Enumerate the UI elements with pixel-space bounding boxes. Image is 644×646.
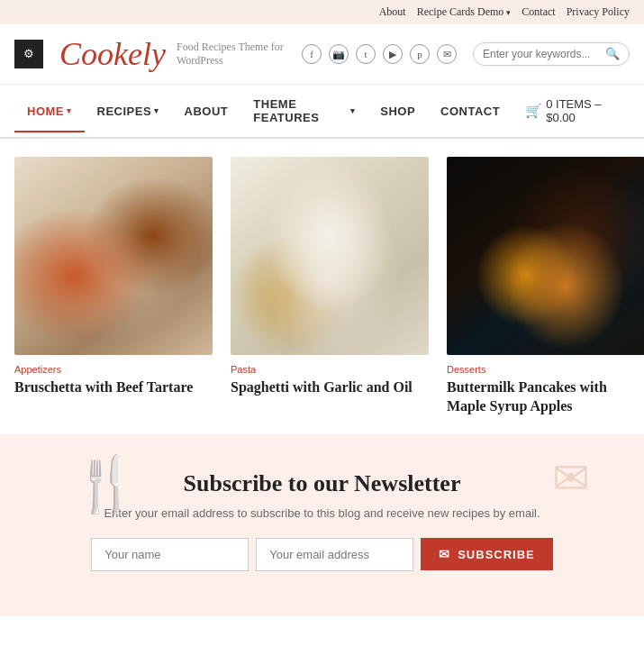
nav-contact[interactable]: CONTACT [428,92,512,131]
recipe-category-2: Desserts [447,364,644,375]
social-icons: f 📷 t ▶ p ✉ [302,44,457,64]
twitter-icon[interactable]: t [356,44,376,64]
newsletter-decorations: 🍴 ✉ [0,434,644,616]
recipe-grid: Appetizers Bruschetta with Beef Tartare … [0,139,644,434]
topbar-recipe-link[interactable]: Recipe Cards Demo [417,5,504,19]
newsletter-form: ✉ SUBSCRIBE [18,538,626,571]
recipe-image-bruschetta [14,157,213,355]
nav-shop[interactable]: SHOP [367,92,428,131]
search-icon[interactable]: 🔍 [605,47,620,61]
newsletter-name-input[interactable] [91,538,249,571]
main-nav: HOME ▾ RECIPES ▾ ABOUT THEME FEATURES ▾ … [0,85,644,139]
search-box: 🔍 [473,42,630,66]
site-logo[interactable]: Cookely [59,35,166,73]
recipe-category-1: Pasta [231,364,429,375]
nav-theme-features[interactable]: THEME FEATURES ▾ [240,85,367,137]
newsletter-subscribe-button[interactable]: ✉ SUBSCRIBE [421,538,553,570]
newsletter-title: Subscribe to our Newsletter [18,470,626,497]
newsletter-section: 🍴 ✉ Subscribe to our Newsletter Enter yo… [0,434,644,616]
topbar-contact-link[interactable]: Contact [522,5,555,19]
subscribe-label: SUBSCRIBE [458,548,535,561]
envelope-icon: ✉ [439,547,450,561]
topbar-recipe-cards-demo[interactable]: Recipe Cards Demo ▾ [417,5,512,19]
header-left: Cookely Food Recipes Theme for WordPress [59,35,293,73]
nav-recipes[interactable]: RECIPES ▾ [85,92,172,131]
email-social-icon[interactable]: ✉ [437,44,457,64]
pinterest-icon[interactable]: p [410,44,430,64]
chevron-down-icon: ▾ [506,8,511,17]
recipe-card-pancakes[interactable]: Desserts Buttermilk Pancakes with Maple … [447,157,644,416]
newsletter-email-input[interactable] [256,538,413,571]
search-input[interactable] [483,48,600,60]
recipe-title-1: Spaghetti with Garlic and Oil [231,378,429,397]
cart-nav[interactable]: 🛒 0 ITEMS – $0.00 [512,85,630,137]
site-tagline: Food Recipes Theme for WordPress [177,41,293,68]
chevron-down-icon: ▾ [154,106,159,115]
instagram-icon[interactable]: 📷 [329,44,349,64]
settings-button[interactable]: ⚙ [14,40,43,68]
site-header: ⚙ Cookely Food Recipes Theme for WordPre… [0,24,644,85]
cart-icon: 🛒 [525,103,542,119]
recipe-category-0: Appetizers [14,364,213,375]
nav-home[interactable]: HOME ▾ [14,92,85,132]
top-bar: About Recipe Cards Demo ▾ Contact Privac… [0,0,644,24]
recipe-title-2: Buttermilk Pancakes with Maple Syrup App… [447,378,644,416]
facebook-icon[interactable]: f [302,44,322,64]
recipe-title-0: Bruschetta with Beef Tartare [14,378,213,397]
cart-label: 0 ITEMS – $0.00 [546,97,617,124]
recipe-image-pancakes [447,157,644,355]
recipe-image-spaghetti [231,157,429,355]
recipe-card-spaghetti[interactable]: Pasta Spaghetti with Garlic and Oil [231,157,429,416]
topbar-about-link[interactable]: About [379,5,406,19]
nav-about[interactable]: ABOUT [172,92,241,131]
recipe-card-bruschetta[interactable]: Appetizers Bruschetta with Beef Tartare [14,157,213,416]
chevron-down-icon: ▾ [67,106,72,115]
chevron-down-icon: ▾ [350,106,356,115]
newsletter-description: Enter your email address to subscribe to… [18,506,626,520]
topbar-privacy-link[interactable]: Privacy Policy [567,5,630,19]
youtube-icon[interactable]: ▶ [383,44,403,64]
